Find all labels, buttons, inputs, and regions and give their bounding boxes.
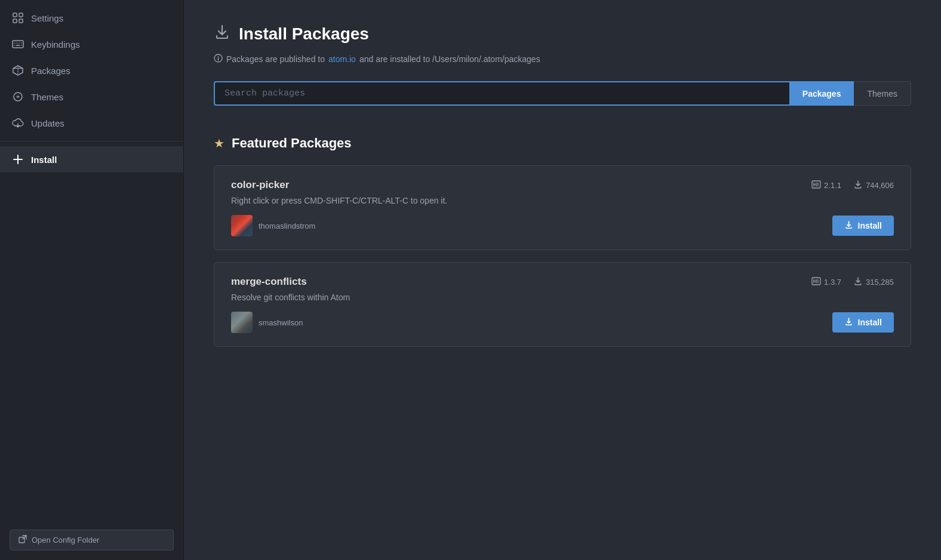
package-version: 2.1.1 [824, 181, 841, 190]
package-footer: thomaslindstrom Install [231, 215, 894, 236]
featured-header: ★ Featured Packages [214, 136, 911, 151]
sidebar-item-install-label: Install [31, 155, 57, 165]
package-list: color-picker 2.1.1 [214, 165, 911, 347]
download-count-icon [853, 276, 863, 288]
open-config-folder-button[interactable]: Open Config Folder [10, 530, 174, 550]
plus-icon [12, 153, 24, 165]
package-downloads: 315,285 [866, 278, 894, 287]
author-name: smashwilson [259, 318, 303, 327]
install-packages-icon [214, 24, 230, 44]
sidebar-item-settings[interactable]: Settings [0, 5, 183, 31]
svg-point-20 [218, 56, 219, 57]
install-download-icon [844, 220, 853, 231]
sidebar-item-updates[interactable]: Updates [0, 110, 183, 136]
sidebar-divider [0, 141, 183, 141]
page-subtitle: Packages are published to atom.io and ar… [214, 54, 911, 64]
main-content: Install Packages Packages are published … [184, 0, 941, 560]
sidebar-item-packages-label: Packages [31, 66, 70, 76]
install-label: Install [858, 318, 882, 327]
sidebar: Settings Keybindings P [0, 0, 184, 560]
search-row: Packages Themes [214, 81, 911, 106]
open-config-folder-label: Open Config Folder [32, 536, 99, 544]
package-description: Right click or press CMD-SHIFT-C/CTRL-AL… [231, 196, 894, 205]
svg-rect-2 [13, 19, 17, 23]
sidebar-item-themes-label: Themes [31, 92, 63, 102]
package-meta: 1.3.7 315,285 [811, 276, 894, 288]
svg-rect-3 [19, 19, 23, 23]
sidebar-item-themes[interactable]: Themes [0, 84, 183, 110]
package-icon [12, 64, 24, 76]
svg-rect-1 [19, 13, 23, 17]
svg-rect-0 [13, 13, 17, 17]
package-name: merge-conflicts [231, 276, 307, 288]
install-button[interactable]: Install [832, 216, 894, 236]
sidebar-item-keybindings-label: Keybindings [31, 39, 80, 50]
package-meta: 2.1.1 744,606 [811, 180, 894, 191]
subtitle-prefix: Packages are published to [226, 54, 325, 64]
package-name: color-picker [231, 179, 289, 191]
avatar [231, 312, 253, 333]
package-footer: smashwilson Install [231, 312, 894, 333]
package-author: thomaslindstrom [231, 215, 315, 236]
install-label: Install [858, 221, 882, 230]
sidebar-item-updates-label: Updates [31, 118, 64, 128]
package-card-header: merge-conflicts 1.3.7 [231, 276, 894, 288]
keyboard-icon [12, 38, 24, 50]
atom-io-link[interactable]: atom.io [328, 54, 356, 64]
themes-icon [12, 91, 24, 103]
packages-toggle-button[interactable]: Packages [789, 81, 854, 106]
install-download-icon [844, 317, 853, 328]
version-meta: 2.1.1 [811, 180, 841, 190]
info-icon [214, 54, 223, 64]
svg-rect-4 [13, 41, 23, 48]
package-card: color-picker 2.1.1 [214, 165, 911, 250]
downloads-meta: 315,285 [853, 276, 894, 288]
package-card-header: color-picker 2.1.1 [231, 179, 894, 191]
sidebar-item-settings-label: Settings [31, 13, 63, 23]
sidebar-item-packages[interactable]: Packages [0, 57, 183, 84]
cloud-download-icon [12, 117, 24, 129]
package-downloads: 744,606 [866, 181, 894, 190]
subtitle-suffix: and are installed to /Users/milon/.atom/… [359, 54, 540, 64]
sidebar-item-keybindings[interactable]: Keybindings [0, 31, 183, 57]
downloads-meta: 744,606 [853, 180, 894, 191]
author-name: thomaslindstrom [259, 221, 315, 230]
install-button[interactable]: Install [832, 312, 894, 333]
version-meta: 1.3.7 [811, 277, 841, 287]
featured-title: Featured Packages [232, 136, 352, 151]
package-author: smashwilson [231, 312, 303, 333]
package-card: merge-conflicts 1.3.7 [214, 262, 911, 347]
search-input[interactable] [214, 81, 789, 106]
version-icon [811, 180, 821, 190]
themes-toggle-button[interactable]: Themes [854, 81, 911, 106]
version-icon [811, 277, 821, 287]
sidebar-item-install[interactable]: Install [0, 146, 183, 173]
grid-icon [12, 12, 24, 24]
page-header: Install Packages [214, 24, 911, 44]
download-count-icon [853, 180, 863, 191]
package-description: Resolve git conflicts within Atom [231, 293, 894, 302]
package-version: 1.3.7 [824, 278, 841, 287]
avatar [231, 215, 253, 236]
external-link-icon [19, 535, 27, 545]
star-icon: ★ [214, 136, 225, 150]
page-title: Install Packages [239, 24, 369, 44]
